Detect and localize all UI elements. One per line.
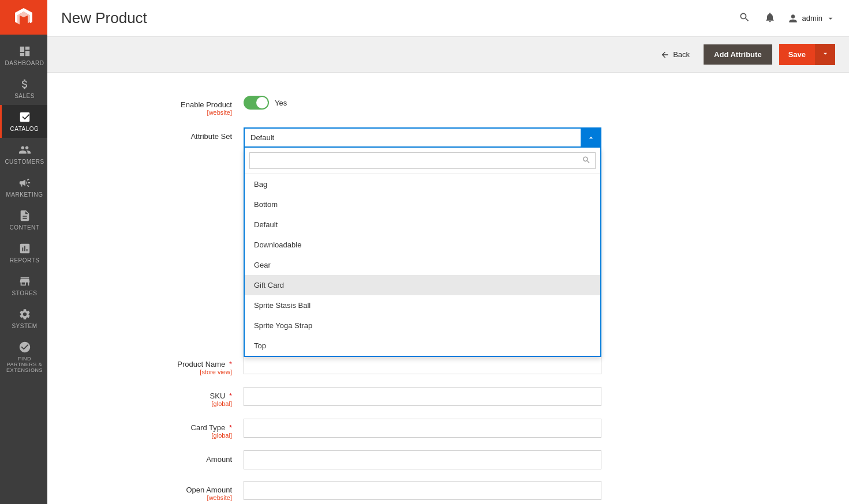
back-label: Back (673, 50, 690, 59)
customers-icon (18, 144, 31, 156)
amount-row: Amount (93, 450, 803, 469)
bell-icon (764, 12, 776, 23)
marketing-icon (18, 176, 31, 189)
attribute-set-label: Attribute Set (93, 127, 244, 141)
amount-input[interactable] (244, 450, 601, 469)
sales-icon (18, 78, 31, 91)
arrow-left-icon (660, 50, 670, 59)
dashboard-icon (18, 45, 31, 58)
back-button[interactable]: Back (653, 46, 697, 64)
attribute-set-value: Default (245, 129, 600, 146)
sidebar-item-label: SALES (14, 93, 35, 99)
sidebar-item-catalog[interactable]: CATALOG (0, 105, 47, 138)
sku-row: SKU * [global] (93, 387, 803, 407)
sku-label: SKU * [global] (93, 387, 244, 407)
sidebar-item-system[interactable]: SYSTEM (0, 302, 47, 335)
enable-product-row: Enable Product [website] Yes (93, 96, 803, 116)
attribute-set-select-display[interactable]: Default (244, 127, 601, 148)
toggle-label: Yes (275, 99, 287, 107)
sidebar-item-reports[interactable]: REPORTS (0, 236, 47, 269)
sidebar-item-label: FIND PARTNERS & EXTENSIONS (4, 356, 45, 373)
open-amount-label: Open Amount [website] (93, 481, 244, 501)
logo[interactable] (0, 0, 47, 35)
product-name-row: Product Name * [store view] (93, 355, 803, 375)
stores-icon (18, 275, 31, 288)
content-icon (18, 209, 31, 222)
sidebar-item-marketing[interactable]: MARKETING (0, 171, 47, 204)
sidebar-item-label: DASHBOARD (5, 60, 44, 66)
attribute-set-row: Attribute Set Default (93, 127, 803, 148)
reports-icon (18, 242, 31, 255)
attribute-set-dropdown: Bag Bottom Default Downloadable Gear Gif… (244, 148, 601, 357)
user-icon (787, 13, 799, 24)
admin-user-menu[interactable]: admin (787, 13, 835, 24)
dropdown-search-input[interactable] (249, 152, 596, 169)
partners-icon (18, 341, 31, 353)
admin-username: admin (802, 14, 822, 22)
attribute-set-wrapper: Default Bag Bottom Default (244, 127, 601, 148)
dropdown-option-gear[interactable]: Gear (245, 255, 600, 275)
save-dropdown-button[interactable] (815, 44, 835, 65)
search-icon (739, 12, 750, 23)
dropdown-option-top[interactable]: Top (245, 336, 600, 356)
open-amount-input[interactable] (244, 481, 601, 500)
dropdown-option-giftcard[interactable]: Gift Card (245, 275, 600, 295)
sidebar-item-customers[interactable]: CUSTOMERS (0, 138, 47, 171)
top-header: New Product admin (47, 0, 849, 37)
sidebar-item-label: CATALOG (10, 126, 39, 132)
sidebar-item-label: CUSTOMERS (5, 159, 44, 165)
notifications-button[interactable] (762, 9, 778, 27)
open-amount-row: Open Amount [website] (93, 481, 803, 501)
sidebar-item-label: REPORTS (10, 257, 40, 264)
sidebar-item-find-partners[interactable]: FIND PARTNERS & EXTENSIONS (0, 335, 47, 379)
toggle-knob (256, 97, 268, 108)
sidebar-item-label: STORES (12, 290, 38, 296)
enable-product-label: Enable Product [website] (93, 96, 244, 116)
sidebar-item-label: MARKETING (6, 191, 43, 198)
product-name-label: Product Name * [store view] (93, 355, 244, 375)
dropdown-option-bag[interactable]: Bag (245, 174, 600, 194)
add-attribute-button[interactable]: Add Attribute (704, 44, 772, 65)
sidebar-item-label: CONTENT (10, 224, 40, 231)
sidebar-item-content[interactable]: CONTENT (0, 204, 47, 236)
sidebar-item-dashboard[interactable]: DASHBOARD (0, 39, 47, 72)
dropdown-option-default[interactable]: Default (245, 215, 600, 235)
chevron-down-icon (821, 50, 829, 58)
dropdown-option-bottom[interactable]: Bottom (245, 194, 600, 215)
amount-label: Amount (93, 450, 244, 464)
chevron-up-icon (586, 133, 596, 142)
sidebar: DASHBOARD SALES CATALOG CUSTOMERS MARKET… (0, 0, 47, 504)
sidebar-item-label: SYSTEM (12, 323, 37, 329)
card-type-label: Card Type * [global] (93, 419, 244, 439)
dropdown-search-area (245, 148, 600, 174)
dropdown-search-icon (582, 155, 591, 166)
toggle-row: Yes (244, 96, 287, 110)
sidebar-item-sales[interactable]: SALES (0, 72, 47, 105)
search-button[interactable] (736, 9, 753, 27)
content-area: Enable Product [website] Yes Attribute S… (47, 73, 849, 504)
action-bar: Back Add Attribute Save (47, 37, 849, 73)
dropdown-option-sprite-yoga-strap[interactable]: Sprite Yoga Strap (245, 315, 600, 336)
main-area: New Product admin Back Add Attribute Sav… (47, 0, 849, 504)
header-actions: admin (736, 9, 835, 27)
magento-logo-icon (13, 7, 34, 28)
dropdown-option-sprite-stasis-ball[interactable]: Sprite Stasis Ball (245, 295, 600, 315)
card-type-input[interactable] (244, 419, 601, 438)
card-type-row: Card Type * [global] (93, 419, 803, 439)
sidebar-item-stores[interactable]: STORES (0, 269, 47, 302)
save-button-group: Save (779, 44, 835, 65)
system-icon (18, 308, 31, 321)
sku-input[interactable] (244, 387, 601, 406)
dropdown-option-downloadable[interactable]: Downloadable (245, 235, 600, 255)
catalog-icon (18, 111, 31, 123)
page-title: New Product (61, 9, 147, 27)
save-button[interactable]: Save (779, 44, 815, 65)
product-name-input[interactable] (244, 355, 601, 374)
chevron-down-icon (826, 14, 835, 23)
enable-product-toggle[interactable] (244, 96, 269, 110)
select-arrow[interactable] (581, 127, 601, 148)
